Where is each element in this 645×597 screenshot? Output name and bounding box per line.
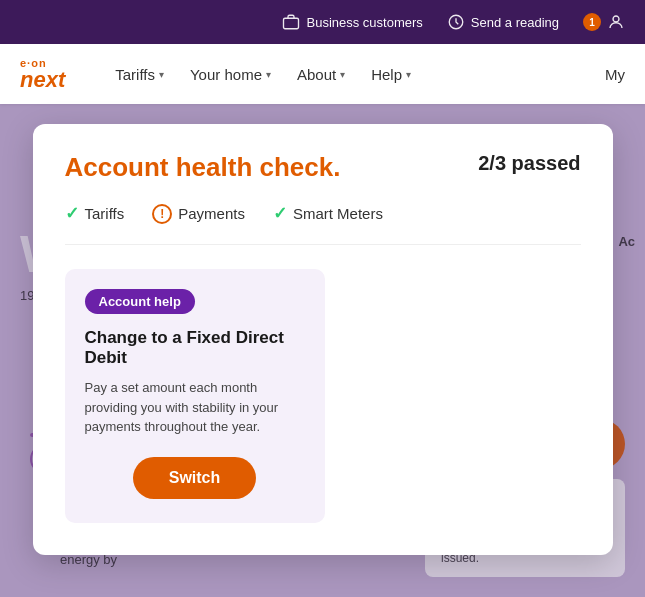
status-row: ✓ Tariffs ! Payments ✓ Smart Meters xyxy=(65,203,581,245)
nav-about[interactable]: About ▾ xyxy=(287,60,355,89)
help-card-title: Change to a Fixed Direct Debit xyxy=(85,328,305,368)
notification-area[interactable]: 1 xyxy=(583,13,625,31)
health-card-header: Account health check. 2/3 passed xyxy=(65,152,581,183)
modal-overlay: Account health check. 2/3 passed ✓ Tarif… xyxy=(0,104,645,597)
status-tariffs-label: Tariffs xyxy=(85,205,125,222)
svg-rect-0 xyxy=(284,18,299,29)
business-customers-label: Business customers xyxy=(306,15,422,30)
nav-your-home-label: Your home xyxy=(190,66,262,83)
meter-icon xyxy=(447,13,465,31)
main-nav: e·on next Tariffs ▾ Your home ▾ About ▾ … xyxy=(0,44,645,104)
chevron-down-icon: ▾ xyxy=(159,69,164,80)
svg-point-2 xyxy=(613,16,619,22)
nav-help-label: Help xyxy=(371,66,402,83)
nav-my[interactable]: My xyxy=(605,66,625,83)
warning-icon-payments: ! xyxy=(152,204,172,224)
account-help-badge: Account help xyxy=(85,289,195,314)
chevron-down-icon: ▾ xyxy=(266,69,271,80)
status-payments: ! Payments xyxy=(152,204,245,224)
chevron-down-icon: ▾ xyxy=(340,69,345,80)
nav-help[interactable]: Help ▾ xyxy=(361,60,421,89)
help-card-description: Pay a set amount each month providing yo… xyxy=(85,378,305,437)
health-card-title: Account health check. xyxy=(65,152,341,183)
switch-button[interactable]: Switch xyxy=(133,457,257,499)
logo-next: next xyxy=(20,69,65,91)
status-payments-label: Payments xyxy=(178,205,245,222)
chevron-down-icon: ▾ xyxy=(406,69,411,80)
nav-your-home[interactable]: Your home ▾ xyxy=(180,60,281,89)
account-help-card: Account help Change to a Fixed Direct De… xyxy=(65,269,325,523)
business-customers-link[interactable]: Business customers xyxy=(282,13,422,31)
health-check-card: Account health check. 2/3 passed ✓ Tarif… xyxy=(33,124,613,555)
nav-tariffs[interactable]: Tariffs ▾ xyxy=(105,60,174,89)
nav-tariffs-label: Tariffs xyxy=(115,66,155,83)
send-reading-label: Send a reading xyxy=(471,15,559,30)
status-smart-meters: ✓ Smart Meters xyxy=(273,203,383,224)
briefcase-icon xyxy=(282,13,300,31)
notification-badge: 1 xyxy=(583,13,601,31)
check-icon-tariffs: ✓ xyxy=(65,203,79,224)
nav-about-label: About xyxy=(297,66,336,83)
check-icon-smart-meters: ✓ xyxy=(273,203,287,224)
status-smart-meters-label: Smart Meters xyxy=(293,205,383,222)
top-bar: Business customers Send a reading 1 xyxy=(0,0,645,44)
logo[interactable]: e·on next xyxy=(20,58,65,91)
status-tariffs: ✓ Tariffs xyxy=(65,203,125,224)
send-reading-link[interactable]: Send a reading xyxy=(447,13,559,31)
account-icon xyxy=(607,13,625,31)
health-card-score: 2/3 passed xyxy=(478,152,580,175)
nav-items: Tariffs ▾ Your home ▾ About ▾ Help ▾ xyxy=(105,60,421,89)
